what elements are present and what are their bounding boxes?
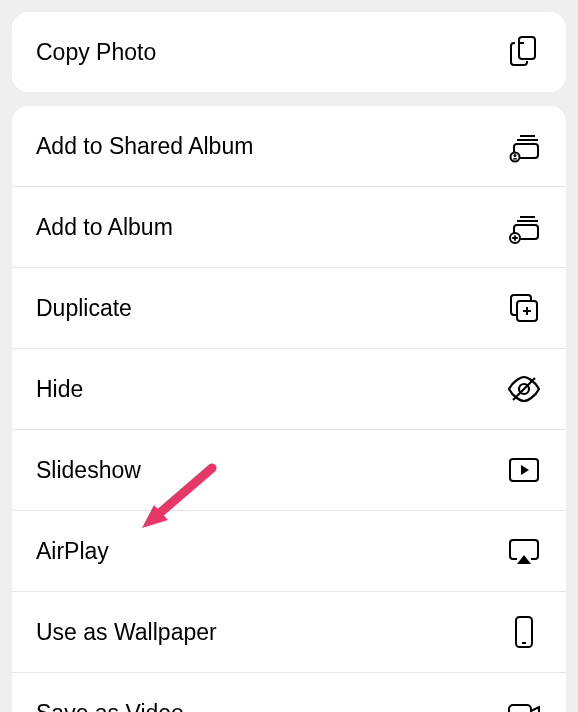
duplicate-item[interactable]: Duplicate: [12, 267, 566, 348]
slideshow-item[interactable]: Slideshow: [12, 429, 566, 510]
shared-album-icon: [506, 128, 542, 164]
airplay-item[interactable]: AirPlay: [12, 510, 566, 591]
menu-label: Duplicate: [36, 295, 132, 322]
menu-label: Add to Shared Album: [36, 133, 253, 160]
copy-photo-item[interactable]: Copy Photo: [12, 12, 566, 92]
svg-rect-13: [509, 705, 531, 712]
menu-label: Use as Wallpaper: [36, 619, 217, 646]
svg-rect-0: [519, 37, 535, 59]
add-album-icon: [506, 209, 542, 245]
phone-icon: [506, 614, 542, 650]
menu-label: Copy Photo: [36, 39, 156, 66]
menu-group-1: Copy Photo: [12, 12, 566, 92]
svg-point-3: [514, 154, 517, 157]
menu-label: Add to Album: [36, 214, 173, 241]
add-to-shared-album-item[interactable]: Add to Shared Album: [12, 106, 566, 186]
use-as-wallpaper-item[interactable]: Use as Wallpaper: [12, 591, 566, 672]
copy-icon: [506, 34, 542, 70]
hide-icon: [506, 371, 542, 407]
menu-label: Hide: [36, 376, 83, 403]
airplay-icon: [506, 533, 542, 569]
slideshow-icon: [506, 452, 542, 488]
add-to-album-item[interactable]: Add to Album: [12, 186, 566, 267]
save-as-video-item[interactable]: Save as Video: [12, 672, 566, 712]
menu-label: AirPlay: [36, 538, 109, 565]
hide-item[interactable]: Hide: [12, 348, 566, 429]
duplicate-icon: [506, 290, 542, 326]
menu-label: Slideshow: [36, 457, 141, 484]
menu-label: Save as Video: [36, 700, 184, 713]
menu-group-2: Add to Shared Album Add to Album: [12, 106, 566, 712]
video-icon: [506, 695, 542, 712]
